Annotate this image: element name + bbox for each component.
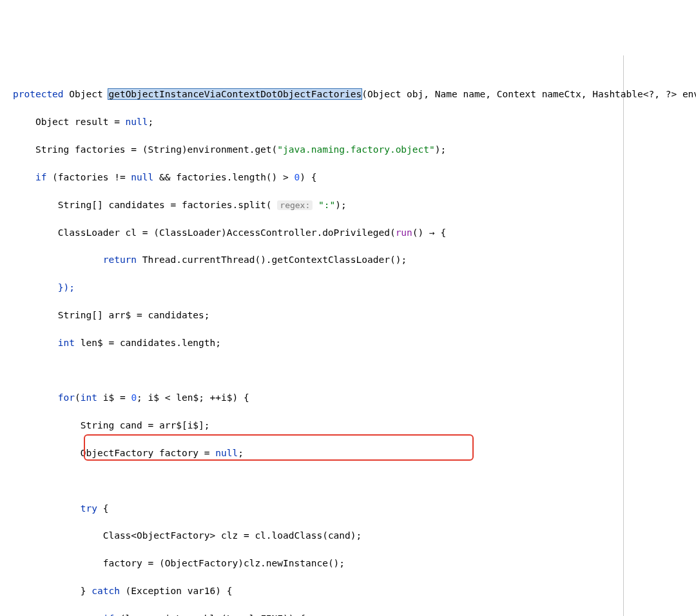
kw: int (81, 392, 97, 403)
t: { (435, 227, 446, 238)
t: ( (75, 392, 81, 403)
t: ; (238, 448, 244, 458)
str: ":" (318, 200, 335, 210)
kw: catch (92, 586, 120, 596)
t: ); (435, 144, 446, 155)
t: String[] arr$ = candidates; (58, 310, 210, 320)
t: ObjectFactory factory = (81, 448, 216, 458)
kw: protected (13, 89, 64, 99)
lambda-arrow-icon: → (429, 227, 435, 238)
t: Object result = (35, 117, 126, 127)
t: Class<ObjectFactory> clz = cl.loadClass(… (103, 530, 362, 541)
str: "java.naming.factory.object" (277, 144, 434, 155)
t: String cand = arr$[i$]; (81, 420, 210, 430)
num: 0 (131, 392, 137, 403)
t: } (81, 586, 92, 596)
kw: try (81, 503, 97, 514)
t: (factories != (46, 172, 131, 182)
kw: return (103, 255, 137, 265)
sig: (Object obj, Name name, Context nameCtx,… (362, 89, 696, 99)
t: Object (69, 89, 102, 99)
t: ClassLoader cl = (ClassLoader)AccessCont… (58, 227, 396, 238)
kw: null (215, 448, 238, 458)
kw: null (126, 117, 148, 127)
param-hint-regex: regex: (277, 200, 313, 210)
t: i$ = (97, 392, 131, 403)
num: 0 (295, 172, 300, 182)
t: ; (148, 117, 154, 127)
t: factory = (ObjectFactory)clz.newInstance… (103, 558, 345, 568)
t: Thread.currentThread().getContextClassLo… (137, 255, 407, 265)
t: ); (335, 200, 346, 210)
lambda-run: run (396, 227, 412, 238)
java-source: protected Object getObjectInstanceViaCon… (13, 74, 623, 616)
t: }); (58, 282, 75, 293)
t: len$ = candidates.length; (75, 338, 221, 348)
t: (Exception var16) { (120, 586, 233, 596)
method-name-selected[interactable]: getObjectInstanceViaContextDotObjectFact… (108, 89, 362, 99)
kw: for (58, 392, 75, 403)
t: ) { (300, 172, 316, 182)
kw: int (58, 338, 75, 348)
t: () (412, 227, 429, 238)
code-editor-pane[interactable]: protected Object getObjectInstanceViaCon… (0, 55, 624, 616)
t: { (97, 503, 108, 514)
t: ; i$ < len$; ++i$) { (137, 392, 249, 403)
t: String[] candidates = factories.split( (58, 200, 272, 210)
kw: if (35, 172, 46, 182)
t: && factories.length() > (153, 172, 294, 182)
kw: if (103, 613, 114, 616)
t: String factories = (String)environment.g… (35, 144, 277, 155)
t: (logger.isLoggable(Level.FINE)) { (114, 613, 305, 616)
kw: null (131, 172, 153, 182)
